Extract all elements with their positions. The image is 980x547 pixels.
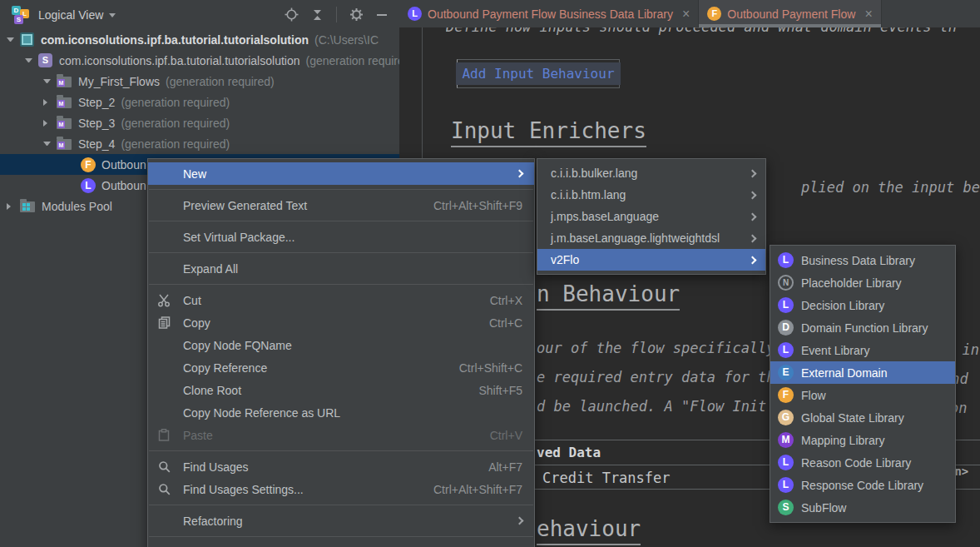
external-domain-icon: E [778,365,794,380]
model-icon: M [57,97,72,108]
menu-item-clone-root[interactable]: Clone Root Shift+F5 [148,379,534,401]
ide-window: L Outbound Payment Flow Business Data Li… [0,0,980,547]
search-icon [155,460,173,473]
menu-item-copy-reference[interactable]: Copy Reference Ctrl+Shift+C [148,356,534,379]
v2flo-submenu: L Business Data Library N Placeholder Li… [770,245,956,523]
model-icon: M [57,77,72,87]
close-icon[interactable]: × [864,7,872,21]
cut-icon [155,294,173,307]
submenu-arrow-icon [749,212,757,221]
submenu-arrow-icon [749,169,757,177]
chevron-right-icon[interactable] [43,99,51,106]
submenu-arrow-icon [749,191,757,199]
menu-item-set-virtual-package[interactable]: Set Virtual Package... [148,226,534,248]
menu-item-paste[interactable]: Paste Ctrl+V [148,424,534,446]
tab-business-data-library[interactable]: L Outbound Payment Flow Business Data Li… [399,0,699,27]
chevron-down-icon[interactable] [43,142,51,146]
search-icon [155,483,173,495]
model-icon: M [57,118,72,129]
menu-item-expand-all[interactable]: Expand All [148,257,534,280]
menu-item-baselanguage[interactable]: j.mps.baseLanguage [537,206,765,227]
tool-window-header: D L S Logical View [0,0,399,29]
tree-item-project[interactable]: com.iconsolutions.ipf.ba.tutorial.tutori… [0,29,399,50]
table-header-cell[interactable]: ved Data [537,445,601,460]
copy-icon [155,316,173,329]
chevron-down-icon[interactable] [25,58,32,62]
chevron-right-icon[interactable] [7,203,14,210]
menu-item-cut[interactable]: Cut Ctrl+X [148,289,534,311]
menu-item-external-domain[interactable]: E External Domain [770,361,955,384]
doc-fragment: our of the flow specifically [537,340,775,356]
behaviour-bottom-heading: ehaviour [537,516,641,545]
menu-separator [149,221,533,221]
menu-separator [149,536,533,537]
menu-item-lightweightdsl[interactable]: j.m.baseLanguage.lightweightdsl [537,227,765,249]
menu-item-find-usages[interactable]: Find Usages Alt+F7 [148,455,534,478]
project-icon [20,32,34,47]
tree-item-my-first-flows[interactable]: M My_First_Flows (generation required) [0,71,399,92]
tree-item-step-3[interactable]: M Step_3 (generation required) [0,112,399,133]
submenu-arrow-icon [516,170,524,178]
add-input-behaviour-button[interactable]: Add Input Behaviour [457,59,620,88]
tree-item-step-4[interactable]: M Step_4 (generation required) [0,133,399,154]
context-menu: New Preview Generated Text Ctrl+Alt+Shif… [147,158,535,547]
tab-outbound-payment-flow[interactable]: F Outbound Payment Flow × [699,0,881,27]
mapping-icon: M [778,432,794,448]
table-cell[interactable]: Credit Transfer [542,470,671,486]
locate-icon[interactable] [285,7,299,22]
tree-item-solution[interactable]: S com.iconsolutions.ipf.ba.tutorial.tuto… [0,50,399,71]
library-icon: L [778,297,794,313]
menu-item-copy-node-reference-as-url[interactable]: Copy Node Reference as URL [148,401,534,424]
modules-pool-icon [20,201,35,212]
menu-item-response-code-library[interactable]: L Response Code Library [770,474,955,496]
chevron-down-icon[interactable] [43,79,51,83]
editor-tab-bar: L Outbound Payment Flow Business Data Li… [399,0,980,27]
chevron-right-icon[interactable] [43,120,51,127]
menu-item-business-data-library[interactable]: L Business Data Library [770,249,955,271]
submenu-arrow-icon [516,517,524,525]
tab-label: Outbound Payment Flow Business Data Libr… [428,7,673,21]
menu-item-flow[interactable]: F Flow [770,384,955,406]
menu-item-v2flo[interactable]: v2Flo [537,249,765,271]
menu-item-placeholder-library[interactable]: N Placeholder Library [770,271,955,294]
menu-item-refactoring[interactable]: Refactoring [148,510,534,532]
tab-label: Outbound Payment Flow [727,7,855,21]
menu-separator [149,505,533,505]
library-icon: L [778,342,794,358]
menu-item-find-usages-settings[interactable]: Find Usages Settings... Ctrl+Alt+Shift+F… [148,478,534,500]
flow-icon: F [707,7,721,21]
menu-item-copy[interactable]: Copy Ctrl+C [148,311,534,334]
flow-icon: F [81,157,96,172]
menu-item-subflow[interactable]: S SubFlow [770,496,955,519]
library-icon: L [81,178,96,193]
menu-item-decision-library[interactable]: L Decision Library [770,294,955,316]
tree-item-step-2[interactable]: M Step_2 (generation required) [0,92,399,112]
chevron-down-icon[interactable] [7,37,14,42]
menu-item-reason-code-library[interactable]: L Reason Code Library [770,451,955,474]
menu-item-new[interactable]: New [148,162,534,185]
doc-fragment: e required entry data for th [537,369,775,385]
collapse-all-icon[interactable] [311,8,324,22]
library-icon: L [778,455,794,470]
chevron-down-icon[interactable] [109,13,116,17]
menu-item-delete[interactable]: Delete Delete [148,541,534,547]
doc-fragment: d be launched. A "Flow Init [537,398,766,415]
menu-item-copy-node-fqname[interactable]: Copy Node FQName [148,334,534,356]
hide-icon[interactable] [376,9,388,21]
solution-icon: S [38,53,52,67]
menu-separator [149,450,533,451]
gear-icon[interactable] [349,7,364,22]
toolbar-separator [336,7,337,22]
submenu-arrow-icon [749,234,757,242]
menu-item-event-library[interactable]: L Event Library [770,339,955,361]
close-icon[interactable]: × [682,7,690,21]
menu-item-domain-function-library[interactable]: D Domain Function Library [770,316,955,339]
placeholder-icon: N [778,275,794,291]
menu-item-global-state-library[interactable]: G Global State Library [770,406,955,429]
global-state-icon: G [778,410,794,425]
menu-item-bulker-lang[interactable]: c.i.i.b.bulker.lang [537,162,765,184]
menu-item-mapping-library[interactable]: M Mapping Library [770,429,955,451]
menu-separator [149,284,533,285]
menu-item-htm-lang[interactable]: c.i.i.b.htm.lang [537,184,765,206]
menu-item-preview-generated-text[interactable]: Preview Generated Text Ctrl+Alt+Shift+F9 [148,194,534,216]
